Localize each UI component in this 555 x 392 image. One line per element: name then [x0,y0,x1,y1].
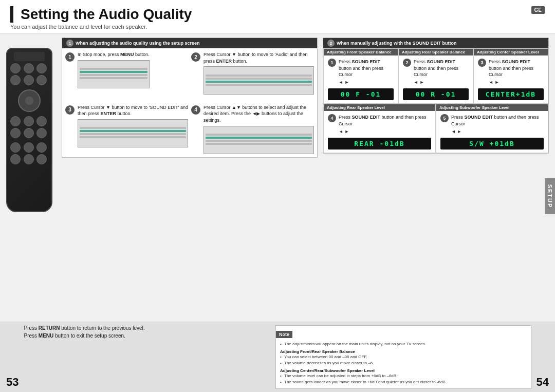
remote-btn-11[interactable] [24,128,34,138]
screen-line-h [80,71,147,73]
nav-center[interactable] [25,97,33,105]
screen-lines-4 [204,132,313,147]
footer-menu: Press MENU button to exit the setup scre… [24,333,270,339]
sub-display: S/W +01dB [440,138,544,150]
rear-balance-header: Adjusting Rear Speaker Balance [399,49,473,55]
center-display: CENTER+1dB [478,88,544,100]
method1-box: 1 When adjusting the audio quality using… [62,38,318,158]
method1-step-1: 1 In Stop mode, press MENU button. [65,51,188,101]
rear-level-step-num: 4 [328,114,336,122]
note-title-1: Adjusting Front/Rear Speaker Balance [280,349,527,354]
center-speaker-level: Adjusting Center Speaker Level 3 Press S… [473,48,548,104]
remote-btn-17[interactable] [24,154,34,164]
remote-btn-12[interactable] [36,128,47,138]
screen-lines-2 [204,73,313,88]
note-item-2: The volume decreases as you move closer … [280,360,527,366]
remote-btn-16[interactable] [10,154,21,164]
remote-area [6,38,58,322]
sub-step-num: 5 [440,114,449,122]
remote-btn-15[interactable] [36,142,47,153]
sub-step: 5 Press SOUND EDIT button and then press… [440,114,544,135]
method2-label: When manually adjusting with the SOUND E… [337,41,457,46]
rear-level-arrows: ◄ ► [339,128,431,135]
note-item-3: The volume level can be adjusted in step… [280,373,527,379]
front-speaker-balance: Adjusting Front Speaker Balance 1 Press … [323,48,398,104]
page-title: Setting the Audio Quality [21,6,192,23]
step4-text: Press Cursor ▲▼ buttons to select and ad… [203,104,314,154]
screen-thumb-3 [78,119,188,147]
screen-line-11 [206,140,312,142]
remote-btn-1[interactable] [10,63,21,73]
remote-btn-6[interactable] [36,75,47,85]
method1-header: 1 When adjusting the audio quality using… [62,38,317,48]
left-panel: 1 When adjusting the audio quality using… [6,38,318,322]
rear-balance-display: 00 R -01 [403,88,469,100]
title-bar [10,6,13,23]
step1-num: 1 [65,52,75,62]
footer-return: Press RETURN button to return to the pre… [24,325,270,331]
remote-btn-7[interactable] [10,116,21,126]
remote-btn-13[interactable] [10,142,21,153]
remote-nav [7,89,51,112]
rear-balance-text: Press SOUND EDIT button and then press C… [414,59,469,85]
step3-text: Press Cursor ▼ button to move to 'SOUND … [78,104,188,147]
footer-area: 53 Press RETURN button to return to the … [0,322,555,392]
front-text: Press SOUND EDIT button and then press C… [339,59,394,85]
method1-area: 1 When adjusting the audio quality using… [62,38,318,322]
right-panel: 2 When manually adjusting with the SOUND… [323,38,549,322]
front-arrows: ◄ ► [339,79,394,86]
front-step-num: 1 [328,59,336,67]
remote-display [14,52,45,61]
rear-balance-step: 2 Press SOUND EDIT button and then press… [403,59,469,85]
remote-btn-10[interactable] [10,128,21,138]
remote-buttons-top [7,61,51,87]
screen-line-h3 [80,130,186,132]
screen-thumb-1 [78,60,150,88]
screen-line-5 [206,78,312,80]
method2-header: 2 When manually adjusting with the SOUND… [323,38,548,48]
header-title: Setting the Audio Quality [10,6,545,23]
step1-text: In Stop mode, press MENU button. [78,51,150,88]
screen-line-6 [206,84,312,86]
screen-line [80,68,147,70]
sub-arrows: ◄ ► [451,128,544,135]
remote-btn-2[interactable] [24,63,34,73]
note-item-0: The adjustments will appear on the main … [280,341,527,347]
step4-num: 4 [191,105,200,115]
rear-balance-arrows: ◄ ► [414,79,469,86]
screen-line-h2 [206,81,312,83]
remote-top [7,49,51,61]
rear-level-text: Press SOUND EDIT button and then press C… [339,114,431,135]
front-display: 00 F -01 [328,88,394,100]
screen-line-7 [80,127,186,129]
nav-circle[interactable] [18,89,41,112]
method1-num: 1 [66,40,73,47]
screen-line-12 [206,143,312,145]
main-content: 1 When adjusting the audio quality using… [0,33,555,322]
method1-step-3: 3 Press Cursor ▼ button to move to 'SOUN… [65,104,188,154]
step2-text: Press Cursor ▼ button to move to 'Audio'… [203,51,314,95]
note-title-2: Adjusting Center/Rear/Subwoofer Speaker … [280,368,527,373]
remote-control [6,48,52,212]
method1-step-4: 4 Press Cursor ▲▼ buttons to select and … [191,104,314,154]
front-step: 1 Press SOUND EDIT button and then press… [328,59,394,85]
ge-badge: GE [531,6,545,14]
remote-btn-4[interactable] [10,75,21,85]
remote-btn-3[interactable] [36,63,47,73]
remote-btn-8[interactable] [24,116,34,126]
note-item-4: The sound gets louder as you move closer… [280,379,527,385]
center-arrows: ◄ ► [489,79,544,86]
remote-btn-14[interactable] [24,142,34,153]
note-header: Note [276,331,292,338]
remote-btn-9[interactable] [36,116,47,126]
rear-balance-step-num: 2 [403,59,411,67]
adjust-bottom-row: Adjusting Rear Speaker Level 4 Press SOU… [323,104,548,153]
remote-btn-5[interactable] [24,75,34,85]
method2-num: 2 [327,40,335,47]
remote-btn-18[interactable] [36,154,47,164]
sub-text: Press SOUND EDIT button and then press C… [451,114,544,135]
sub-header: Adjusting Subwoofer Speaker Level [436,104,548,111]
screen-line-3 [80,77,147,79]
page-container: Setting the Audio Quality You can adjust… [0,0,555,392]
rear-speaker-level: Adjusting Rear Speaker Level 4 Press SOU… [323,104,436,153]
